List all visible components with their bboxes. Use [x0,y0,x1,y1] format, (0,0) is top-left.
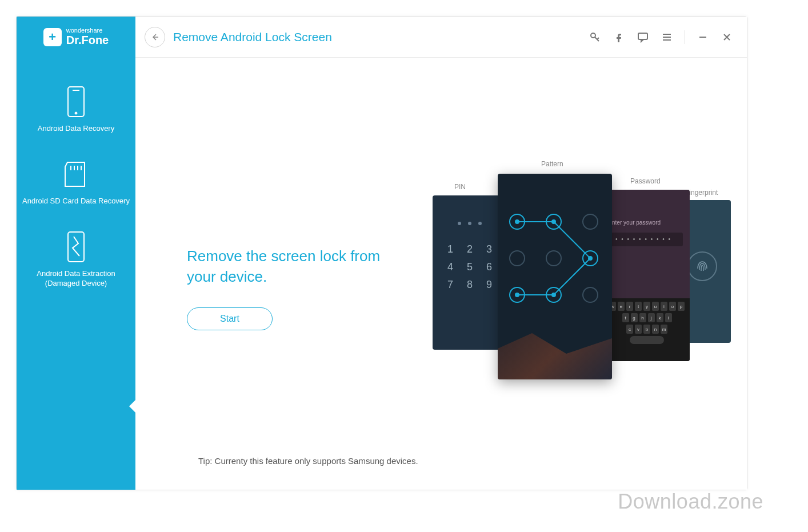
topbar: Remove Android Lock Screen [135,17,747,58]
phone-pin: 123 456 789 [433,195,507,350]
logo: + wondershare Dr.Fone [17,17,135,58]
password-prompt: nter your password [612,219,690,226]
brand-line2: Dr.Fone [66,34,109,46]
sd-card-icon [22,157,130,192]
label-pin: PIN [454,183,466,191]
minimize-button[interactable] [697,31,709,43]
feedback-icon[interactable] [637,31,649,43]
tip-text: Tip: Currenty this feature only supports… [198,456,418,466]
start-button-label: Start [220,314,239,324]
sidebar-item-sd-recovery[interactable]: Android SD Card Data Recovery [17,146,135,219]
svg-point-8 [591,33,595,38]
sidebar-item-label: Android SD Card Data Recovery [22,197,130,206]
svg-rect-7 [68,232,84,262]
sidebar: + wondershare Dr.Fone Android Data Recov… [17,17,135,490]
logo-icon: + [43,28,62,46]
label-pattern: Pattern [541,160,563,168]
illustration: PIN Pattern Password Fingerprint 123 456… [427,162,718,379]
phone-icon [22,84,130,119]
svg-point-2 [75,112,77,114]
facebook-icon[interactable] [613,31,625,43]
phone-pattern [498,174,612,379]
key-icon[interactable] [589,31,601,43]
topbar-divider [685,30,685,44]
page-title: Remove Android Lock Screen [173,30,332,44]
sidebar-item-label: Android Data Recovery [22,124,130,134]
pin-keypad: 123 456 789 [433,243,507,291]
label-password: Password [630,177,661,185]
content-left: Remove the screen lock from your device.… [187,223,404,331]
phone-password: nter your password • • • • • • • • • • w… [604,190,690,361]
fingerprint-icon [687,251,717,281]
broken-phone-icon [22,229,130,265]
close-button[interactable] [721,31,733,43]
password-field: • • • • • • • • • • [611,233,683,246]
logo-text: wondershare Dr.Fone [66,27,109,46]
sidebar-items: Android Data Recovery Android SD Card Da… [17,58,135,301]
app-window: + wondershare Dr.Fone Android Data Recov… [16,16,747,490]
headline: Remove the screen lock from your device. [187,246,404,287]
content: Remove the screen lock from your device.… [135,58,747,490]
label-fingerprint: Fingerprint [685,189,718,197]
back-button[interactable] [145,27,165,47]
main-area: Remove Android Lock Screen [135,17,747,490]
arrow-left-icon [150,33,159,42]
start-button[interactable]: Start [187,307,273,330]
sidebar-item-data-recovery[interactable]: Android Data Recovery [17,74,135,146]
sidebar-item-label: Android Data Extraction (Damaged Device) [22,269,130,289]
sidebar-item-data-extraction[interactable]: Android Data Extraction (Damaged Device) [17,219,135,301]
svg-rect-9 [638,33,647,39]
menu-icon[interactable] [661,31,673,43]
keyboard-icon: wertyuiop fghjkl cvbnm [604,298,690,361]
topbar-right [589,30,733,44]
watermark: Download.zone [618,490,763,514]
